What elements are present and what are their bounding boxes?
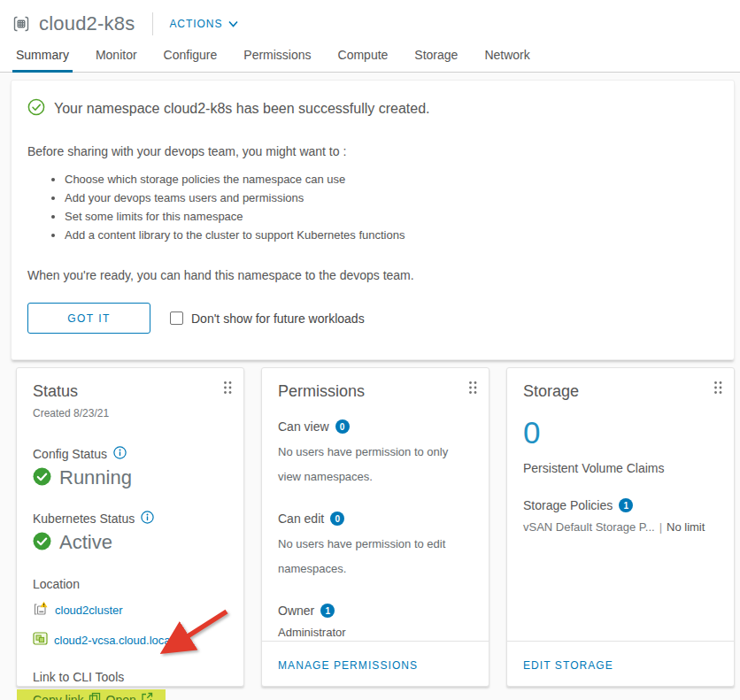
cluster-link-label: cloud2cluster xyxy=(55,604,123,617)
object-header: cloud2-k8s ACTIONS xyxy=(0,0,740,41)
external-link-icon xyxy=(141,692,153,700)
copy-icon xyxy=(89,692,101,700)
tab-storage[interactable]: Storage xyxy=(414,41,458,72)
owner-value: Administrator xyxy=(278,626,473,639)
success-banner: Your namespace cloud2-k8s has been succe… xyxy=(11,80,735,360)
cards-row: Status Created 8/23/21 Config Status xyxy=(0,360,740,687)
copy-link-label: Copy link xyxy=(33,693,84,700)
can-edit-count-badge: 0 xyxy=(330,512,344,526)
can-edit-label: Can edit xyxy=(278,512,324,526)
pvc-count: 0 xyxy=(523,415,718,450)
chevron-down-icon xyxy=(228,18,238,30)
actions-menu-button[interactable]: ACTIONS xyxy=(169,18,238,30)
storage-policy-row: vSAN Default Storage P...|No limit xyxy=(523,520,718,534)
policy-separator: | xyxy=(659,520,662,534)
content-area: Your namespace cloud2-k8s has been succe… xyxy=(0,80,740,687)
location-label: Location xyxy=(33,577,227,591)
status-card: Status Created 8/23/21 Config Status xyxy=(16,367,244,687)
top-bar: cloud2-k8s ACTIONS Summary Monitor Confi… xyxy=(0,0,740,73)
vcenter-link[interactable]: cloud2-vcsa.cloud.local xyxy=(33,631,227,649)
cli-tools-label: Link to CLI Tools xyxy=(33,670,227,684)
info-icon[interactable] xyxy=(113,446,127,462)
info-icon[interactable] xyxy=(141,511,154,527)
success-check-icon xyxy=(27,98,45,119)
drag-handle-icon[interactable] xyxy=(467,381,478,395)
running-status-icon xyxy=(33,467,51,489)
actions-label: ACTIONS xyxy=(169,18,222,30)
edit-storage-link[interactable]: EDIT STORAGE xyxy=(523,659,613,672)
cluster-link[interactable]: cloud2cluster xyxy=(33,601,227,619)
storage-card: Storage 0 Persistent Volume Claims Stora… xyxy=(506,367,735,687)
banner-intro: Before sharing with your devops team, yo… xyxy=(27,144,716,158)
page: { "header": { "title": "cloud2-k8s", "ac… xyxy=(0,0,740,700)
kubernetes-status-value: Active xyxy=(59,531,112,554)
created-date: Created 8/23/21 xyxy=(33,407,227,419)
namespace-icon xyxy=(11,13,32,35)
permissions-card: Permissions Can view 0 No users have per… xyxy=(261,367,489,687)
card-title: Storage xyxy=(523,382,718,401)
page-title: cloud2-k8s xyxy=(39,12,135,35)
policy-limit: No limit xyxy=(667,520,705,534)
banner-heading: Your namespace cloud2-k8s has been succe… xyxy=(54,101,430,117)
can-view-description: No users have permission to only view na… xyxy=(278,440,473,489)
list-item: Add your devops teams users and permissi… xyxy=(65,188,716,207)
cli-links-highlight: Copy link Open xyxy=(17,689,166,700)
config-status-label: Config Status xyxy=(33,447,107,461)
banner-outro: When you're ready, you can hand this nam… xyxy=(27,268,716,282)
tab-permissions[interactable]: Permissions xyxy=(243,41,311,72)
copy-link-button[interactable]: Copy link xyxy=(33,692,101,700)
list-item: Set some limits for this namespace xyxy=(65,207,716,226)
owner-count-badge: 1 xyxy=(320,604,335,618)
pvc-label: Persistent Volume Claims xyxy=(523,461,718,475)
open-link-label: Open xyxy=(106,693,136,700)
can-edit-description: No users have permission to edit namespa… xyxy=(278,532,473,581)
tab-configure[interactable]: Configure xyxy=(164,41,218,72)
vcenter-icon xyxy=(33,631,48,649)
config-status-value: Running xyxy=(59,466,132,489)
policy-name: vSAN Default Storage P... xyxy=(523,520,655,534)
owner-label: Owner xyxy=(278,604,314,618)
tab-compute[interactable]: Compute xyxy=(338,41,389,72)
card-title: Permissions xyxy=(278,382,473,401)
vcenter-link-label: cloud2-vcsa.cloud.local xyxy=(54,634,173,647)
storage-policies-count-badge: 1 xyxy=(619,498,633,512)
tab-network[interactable]: Network xyxy=(484,41,529,72)
banner-suggestions-list: Choose which storage policies the namesp… xyxy=(65,170,716,244)
drag-handle-icon[interactable] xyxy=(713,381,723,395)
header-divider xyxy=(152,12,153,35)
tab-monitor[interactable]: Monitor xyxy=(96,41,137,72)
kubernetes-status-label: Kubernetes Status xyxy=(33,512,135,526)
dont-show-label: Don't show for future workloads xyxy=(191,312,365,326)
can-view-count-badge: 0 xyxy=(335,419,350,434)
can-view-label: Can view xyxy=(278,419,329,434)
list-item: Choose which storage policies the namesp… xyxy=(65,170,716,188)
tab-summary[interactable]: Summary xyxy=(16,41,69,72)
cluster-warning-icon xyxy=(33,601,49,619)
tab-bar: Summary Monitor Configure Permissions Co… xyxy=(0,41,740,73)
dont-show-checkbox[interactable] xyxy=(170,312,183,325)
drag-handle-icon[interactable] xyxy=(222,381,233,395)
got-it-button[interactable]: GOT IT xyxy=(27,303,150,334)
storage-policies-label: Storage Policies xyxy=(523,498,613,512)
manage-permissions-link[interactable]: MANAGE PERMISSIONS xyxy=(278,659,418,672)
open-link-button[interactable]: Open xyxy=(106,692,153,700)
list-item: Add a content library to the cluster to … xyxy=(65,226,716,244)
active-status-icon xyxy=(33,532,51,554)
card-title: Status xyxy=(33,382,227,401)
